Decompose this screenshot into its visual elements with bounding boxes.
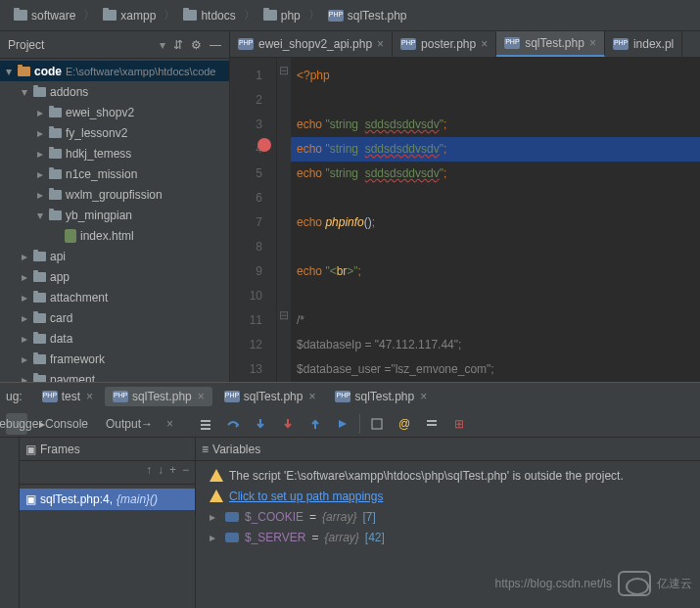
line-number[interactable]: 8 [230, 235, 276, 259]
chevron-icon[interactable]: ▸ [35, 188, 45, 202]
close-icon[interactable]: × [420, 390, 427, 403]
chevron-icon[interactable]: ▸ [20, 250, 29, 263]
console-tab[interactable]: ▸ Console [33, 413, 94, 435]
tree-row[interactable]: ▸n1ce_mission [0, 164, 229, 184]
debug-tab-sql1[interactable]: sqlTest.php× [105, 387, 212, 406]
project-tree[interactable]: ▾ code E:\software\xampp\htdocs\code ▾ad… [0, 59, 229, 382]
chevron-down-icon[interactable]: ▾ [160, 38, 165, 52]
line-number[interactable]: 13 [230, 357, 276, 382]
at-icon[interactable]: @ [394, 413, 415, 435]
breadcrumb-xampp[interactable]: xampp [97, 9, 162, 23]
output-tab[interactable]: Output → [100, 413, 159, 435]
breadcrumb-software[interactable]: software [8, 9, 81, 23]
tree-row[interactable]: ▸attachment [0, 287, 229, 307]
variable-row[interactable]: ▸ $_SERVER = {array} [42] [200, 527, 696, 547]
run-to-cursor-icon[interactable] [332, 413, 353, 435]
tree-row[interactable]: ▸data [0, 328, 229, 349]
frame-row[interactable]: ▣ sqlTest.php:4, {main}() [20, 489, 195, 510]
tree-row[interactable]: ▸framework [0, 349, 229, 369]
line-number[interactable]: 9 [230, 259, 276, 284]
warning-link-row[interactable]: Click to set up path mappings [200, 486, 696, 506]
close-icon[interactable]: × [481, 37, 488, 51]
chevron-icon[interactable]: ▾ [35, 209, 45, 222]
fold-icon[interactable]: ⊟ [277, 64, 291, 88]
line-number[interactable]: 7 [230, 210, 276, 235]
line-number[interactable]: 3 [230, 113, 276, 137]
chevron-down-icon[interactable]: ▾ [4, 65, 14, 78]
chevron-icon[interactable]: ▸ [35, 106, 45, 119]
show-execution-icon[interactable] [195, 413, 216, 435]
fold-column[interactable]: ⊟ ⊟ [277, 58, 291, 382]
gutter[interactable]: 12345678910111213 [230, 58, 277, 382]
variable-row[interactable]: ▸ $_COOKIE = {array} [7] [200, 506, 696, 527]
chevron-right-icon[interactable]: ▸ [210, 510, 219, 524]
debugger-tab[interactable]: Debugger [6, 413, 27, 435]
next-frame-icon[interactable]: ↓ [158, 463, 163, 482]
close-icon[interactable]: × [198, 390, 205, 403]
tree-row[interactable]: ▸hdkj_temess [0, 143, 229, 164]
debug-tab-sql3[interactable]: sqlTest.php× [327, 387, 435, 406]
tab-poster[interactable]: poster.php× [393, 31, 496, 57]
tab-ewei[interactable]: ewei_shopv2_api.php× [230, 31, 393, 57]
chevron-icon[interactable]: ▸ [35, 126, 45, 140]
tree-row[interactable]: ▾yb_mingpian [0, 205, 229, 225]
debug-tab-test[interactable]: test× [34, 387, 101, 406]
chevron-icon[interactable]: ▸ [20, 270, 29, 284]
close-icon[interactable]: × [86, 390, 93, 403]
code-content[interactable]: <?php echo "string sddsdsddvsdv"; echo "… [291, 58, 700, 382]
chevron-icon[interactable]: ▸ [35, 147, 45, 161]
step-out-icon[interactable] [304, 413, 326, 435]
force-step-icon[interactable] [277, 413, 299, 435]
chevron-icon[interactable]: ▸ [20, 291, 29, 304]
chevron-right-icon[interactable]: ▸ [210, 531, 219, 544]
step-over-icon[interactable] [222, 413, 244, 435]
close-icon[interactable]: × [308, 390, 315, 403]
minimize-icon[interactable]: — [210, 38, 221, 52]
tree-row[interactable]: ▸app [0, 266, 229, 287]
chevron-icon[interactable]: ▸ [35, 167, 45, 181]
step-into-icon[interactable] [250, 413, 271, 435]
remove-frame-icon[interactable]: − [182, 463, 189, 482]
tree-root[interactable]: ▾ code E:\software\xampp\htdocs\code [0, 61, 229, 81]
line-number[interactable]: 2 [230, 88, 276, 113]
tree-row[interactable]: ▸fy_lessonv2 [0, 122, 229, 143]
tree-row[interactable]: ▸wxlm_groupfission [0, 184, 229, 205]
chevron-icon[interactable]: ▸ [20, 311, 29, 325]
line-number[interactable]: 12 [230, 333, 276, 357]
gear-icon[interactable]: ⚙ [191, 38, 202, 52]
breakpoint-icon[interactable] [257, 138, 271, 152]
tree-row[interactable]: ▸api [0, 246, 229, 266]
add-icon[interactable]: ⊞ [448, 413, 470, 435]
tree-row[interactable]: ▾addons [0, 81, 229, 102]
chevron-icon[interactable]: ▸ [20, 373, 29, 383]
evaluate-icon[interactable] [366, 413, 388, 435]
fold-icon[interactable]: ⊟ [277, 308, 291, 333]
line-number[interactable]: 5 [230, 162, 276, 186]
close-icon[interactable]: × [377, 37, 384, 51]
tree-row[interactable]: ▸payment [0, 369, 229, 382]
line-number[interactable]: 11 [230, 308, 276, 333]
add-frame-icon[interactable]: + [169, 463, 176, 482]
tree-row[interactable]: ▸ewei_shopv2 [0, 102, 229, 122]
collapse-icon[interactable]: ⇵ [173, 38, 183, 52]
close-icon[interactable]: × [589, 36, 596, 50]
prev-frame-icon[interactable]: ↑ [146, 463, 152, 482]
close-icon[interactable]: × [166, 417, 173, 431]
breadcrumb-php[interactable]: php [257, 9, 306, 23]
code-editor[interactable]: 12345678910111213 ⊟ ⊟ <?php echo "string… [230, 58, 700, 382]
chevron-icon[interactable]: ▾ [20, 85, 29, 99]
tree-row[interactable]: ▸card [0, 307, 229, 328]
line-number[interactable]: 10 [230, 284, 276, 308]
breadcrumb-htdocs[interactable]: htdocs [177, 9, 241, 23]
chevron-icon[interactable]: ▸ [20, 332, 29, 346]
debug-tab-sql2[interactable]: sqlTest.php× [216, 387, 324, 406]
tab-index[interactable]: index.pl [605, 31, 682, 57]
line-number[interactable]: 6 [230, 186, 276, 210]
breadcrumb-file[interactable]: sqlTest.php [322, 9, 413, 23]
tree-row[interactable]: index.html [0, 225, 229, 246]
tab-sqltest[interactable]: sqlTest.php× [496, 31, 605, 57]
chevron-icon[interactable]: ▸ [20, 352, 29, 366]
line-number[interactable]: 1 [230, 64, 276, 88]
folder-icon [33, 354, 46, 364]
list-icon[interactable] [421, 413, 443, 435]
